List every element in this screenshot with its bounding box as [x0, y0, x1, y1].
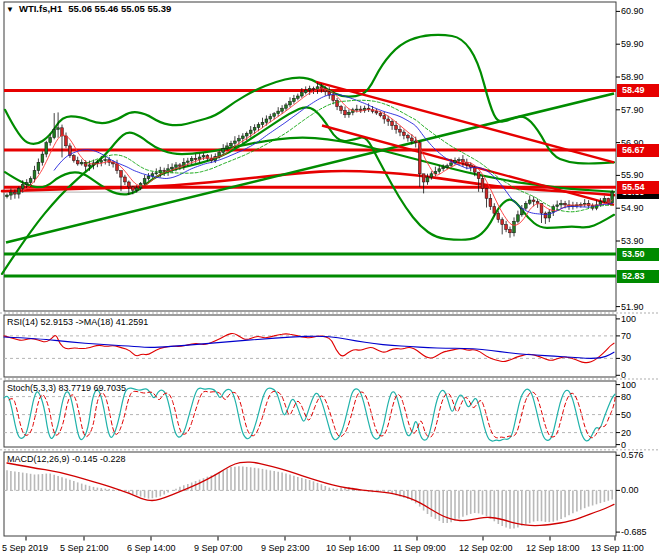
- time-axis-label: 6 Sep 14:00: [127, 543, 176, 553]
- price-level-badge: 58.49: [617, 84, 659, 97]
- rsi-tick-label: 100: [621, 314, 636, 324]
- price-tick-label: 60.90: [621, 6, 644, 16]
- macd-tick-label: 0.576: [621, 450, 644, 460]
- chart-title: ▼WTI.fs,H155.06 55.46 55.05 55.39: [6, 3, 171, 14]
- price-tick-label: 58.90: [621, 72, 644, 82]
- chart-canvas[interactable]: [0, 0, 660, 560]
- price-level-badge: 53.50: [617, 248, 659, 261]
- symbol-label: WTI.fs,H1: [19, 3, 62, 14]
- time-axis-label: 10 Sep 16:00: [326, 543, 380, 553]
- stoch-tick-label: 100: [621, 380, 636, 390]
- price-level-badge: 55.54: [617, 181, 659, 194]
- time-axis-label: 13 Sep 11:00: [591, 543, 644, 553]
- stoch-tick-label: 50: [621, 410, 631, 420]
- chart-window: ▼WTI.fs,H155.06 55.46 55.05 55.39 RSI(14…: [0, 0, 660, 560]
- stoch-tick-label: 80: [621, 392, 631, 402]
- price-tick-label: 59.90: [621, 39, 644, 49]
- rsi-panel-label: RSI(14) 52.9153 ->MA(18) 41.2591: [7, 317, 148, 327]
- price-tick-label: 51.90: [621, 302, 644, 312]
- price-level-badge: 56.67: [617, 144, 659, 157]
- price-tick-label: 54.90: [621, 203, 644, 213]
- price-level-badge: 52.83: [617, 270, 659, 283]
- macd-tick-label: 0.00: [621, 485, 639, 495]
- stoch-tick-label: 20: [621, 428, 631, 438]
- stoch-tick-label: 0: [621, 440, 626, 450]
- macd-tick-label: -0.685: [621, 527, 647, 537]
- ohlc-values: 55.06 55.46 55.05 55.39: [68, 3, 171, 14]
- time-axis-label: 12 Sep 18:00: [526, 543, 580, 553]
- time-axis-label: 12 Sep 02:00: [459, 543, 513, 553]
- time-axis-label: 11 Sep 09:00: [393, 543, 446, 553]
- macd-panel-label: MACD(12,26,9) -0.145 -0.228: [7, 454, 126, 464]
- price-tick-label: 57.90: [621, 105, 644, 115]
- time-axis-label: 5 Sep 21:00: [60, 543, 109, 553]
- time-axis-label: 9 Sep 07:00: [194, 543, 243, 553]
- rsi-tick-label: 30: [621, 353, 631, 363]
- price-tick-label: 53.90: [621, 236, 644, 246]
- time-axis-label: 9 Sep 23:00: [261, 543, 310, 553]
- rsi-tick-label: 70: [621, 331, 631, 341]
- price-tick-label: 55.90: [621, 170, 644, 180]
- time-axis-label: 5 Sep 2019: [2, 543, 48, 553]
- stoch-panel-label: Stoch(5,3,3) 83.7719 69.7035: [7, 383, 126, 393]
- chart-dropdown-icon: ▼: [6, 5, 14, 14]
